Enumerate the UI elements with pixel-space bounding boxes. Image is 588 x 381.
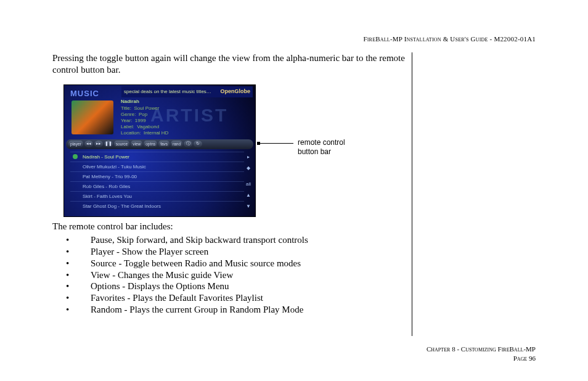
feature-item: Pause, Skip forward, and Skip backward t… (66, 234, 407, 246)
skip-fwd-icon[interactable]: ▸▸ (94, 141, 103, 147)
music-heading: MUSIC (70, 89, 99, 99)
meta-row: Label: Vagabond (121, 124, 250, 130)
list-item[interactable]: Star Ghost Dog - The Great Indoors (70, 201, 244, 211)
openglobe-logo: OpenGlobe (220, 88, 250, 95)
playlist: Nadirah - Soul Power Oliver Mtukudzi - T… (70, 152, 244, 213)
side-glyph: all (245, 181, 251, 187)
feature-item: Source - Toggle between Radio and Music … (66, 258, 407, 269)
feature-item: View - Changes the Music guide View (66, 269, 407, 281)
skip-back-icon[interactable]: ◂◂ (84, 141, 93, 147)
list-item[interactable]: Skirt - Faith Loves You (70, 191, 244, 201)
callout-dot-icon (257, 142, 260, 145)
list-item[interactable]: Nadirah - Soul Power (70, 152, 244, 162)
pause-icon[interactable]: ❚❚ (104, 141, 113, 147)
page-footer: Chapter 8 - Customizing FireBall-MP Page… (427, 345, 536, 363)
feature-item: Random - Plays the current Group in Rand… (66, 304, 407, 316)
source-button[interactable]: source (114, 141, 130, 147)
side-glyph: ▲ (245, 192, 251, 199)
header-title: FireBall-MP Installation & User's Guide (363, 35, 488, 43)
feature-list: Pause, Skip forward, and Skip backward t… (52, 234, 407, 315)
side-glyph: ▼ (245, 203, 251, 210)
album-art[interactable] (71, 100, 113, 134)
page: FireBall-MP Installation & User's Guide … (0, 0, 588, 381)
nowplaying-artist: Nadirah (121, 99, 250, 105)
side-glyph: ◆ (245, 165, 251, 171)
meta-row: Location: Internal HD (121, 130, 250, 136)
refresh-icon[interactable]: ↻ (194, 141, 202, 147)
player-button[interactable]: player (68, 141, 83, 147)
options-button[interactable]: optns (144, 141, 157, 147)
column-separator (412, 52, 412, 336)
view-button[interactable]: view (131, 141, 142, 147)
footer-page: Page 96 (427, 354, 536, 363)
play-indicator-icon (73, 154, 78, 159)
feature-item: Options - Displays the Options Menu (66, 281, 407, 292)
favorites-button[interactable]: favs (158, 141, 169, 147)
footer-chapter: Chapter 8 - Customizing FireBall-MP (427, 345, 536, 354)
random-button[interactable]: rand (171, 141, 182, 147)
list-intro: The remote control bar includes: (52, 221, 407, 232)
list-item[interactable]: Rob Giles - Rob Giles (70, 181, 244, 191)
callout-leader-line (259, 143, 293, 144)
meta-row: Title: Soul Power (121, 105, 250, 112)
feature-item: Player - Show the Player screen (66, 246, 407, 258)
nowplaying-meta: Nadirah Title: Soul Power Genre: Pop Yea… (121, 99, 250, 136)
meta-row: Year: 1999 (121, 118, 250, 124)
playlist-side-indicators: ▸ ◆ all ▲ ▼ (245, 152, 251, 213)
meta-row: Genre: Pop (121, 112, 250, 118)
feature-item: Favorites - Plays the Default Favorites … (66, 292, 407, 304)
intro-paragraph: Pressing the toggle button again will ch… (52, 52, 407, 76)
promo-text: special deals on the latest music titles… (124, 89, 211, 95)
promo-banner[interactable]: special deals on the latest music titles… (121, 86, 253, 97)
page-header: FireBall-MP Installation & User's Guide … (363, 35, 536, 44)
remote-control-button-bar: player ◂◂ ▸▸ ❚❚ source view optns favs r… (66, 139, 253, 149)
list-item[interactable]: Pat Metheny - Trio 99-00 (70, 171, 244, 181)
callout-label: remote control button bar (298, 138, 365, 157)
music-guide-screenshot: MUSIC special deals on the latest music … (63, 84, 256, 217)
list-item[interactable]: Oliver Mtukudzi - Tuku Music (70, 162, 244, 171)
header-code: M22002-01A1 (494, 35, 536, 43)
main-column: Pressing the toggle button again will ch… (52, 52, 407, 316)
info-icon[interactable]: ⓘ (184, 141, 192, 147)
side-glyph: ▸ (245, 154, 251, 160)
